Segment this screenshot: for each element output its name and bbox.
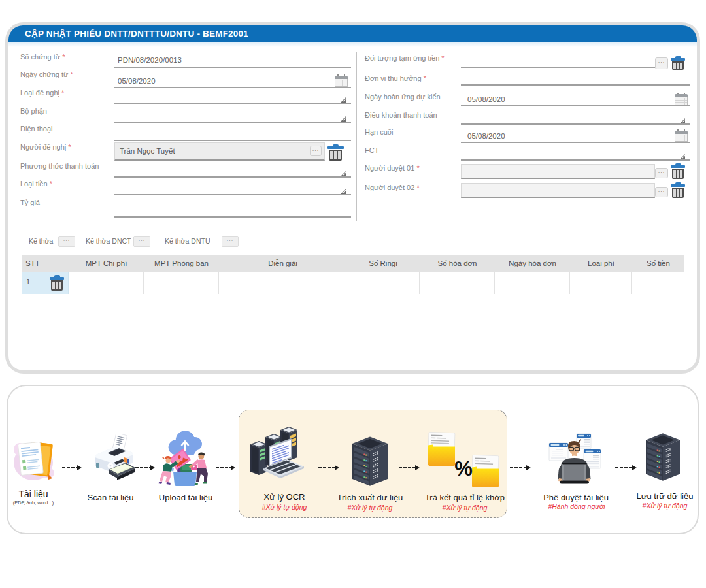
svg-text:%: % (454, 457, 473, 480)
